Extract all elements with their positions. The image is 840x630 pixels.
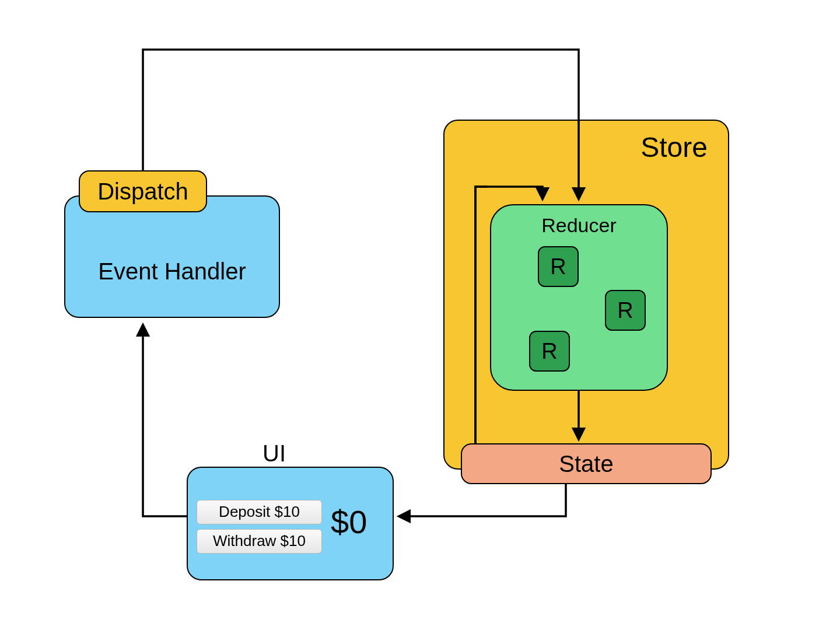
- deposit-button[interactable]: Deposit $10: [197, 500, 322, 524]
- state-box: State: [461, 443, 712, 484]
- reducer-chip: R: [538, 246, 579, 287]
- state-label: State: [559, 451, 613, 477]
- balance-display: $0: [331, 503, 367, 541]
- withdraw-button[interactable]: Withdraw $10: [197, 529, 322, 554]
- event-handler-label: Event Handler: [98, 258, 246, 285]
- ui-box: Deposit $10 Withdraw $10 $0: [187, 467, 394, 580]
- reducer-box: Reducer R R R: [490, 204, 668, 391]
- dispatch-label: Dispatch: [97, 178, 188, 205]
- dispatch-box: Dispatch: [79, 170, 207, 212]
- store-label: Store: [640, 131, 708, 163]
- ui-title: UI: [262, 440, 286, 467]
- reducer-chip: R: [529, 331, 570, 372]
- event-handler-box: Event Handler: [64, 195, 280, 318]
- reducer-label: Reducer: [491, 214, 667, 237]
- reducer-chip: R: [605, 290, 646, 331]
